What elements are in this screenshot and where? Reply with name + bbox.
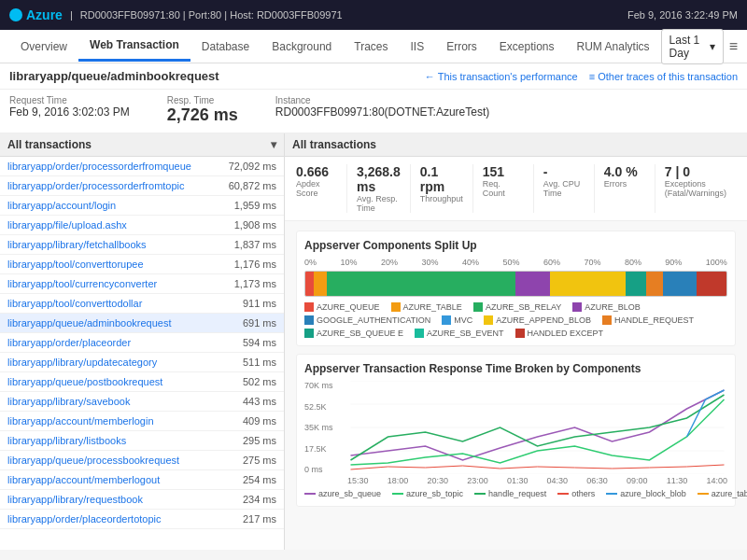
transaction-list-item[interactable]: libraryapp/library/fetchallbooks1,837 ms xyxy=(0,235,284,255)
tx-name: libraryapp/library/listbooks xyxy=(7,435,237,446)
metric-item: 151Req. Count xyxy=(473,164,534,213)
tx-time: 72,092 ms xyxy=(229,161,276,172)
transaction-list-item[interactable]: libraryapp/tool/converttorupee1,176 ms xyxy=(0,255,284,274)
line-legend-item: azure_block_blob xyxy=(606,489,686,498)
tx-time: 60,872 ms xyxy=(229,180,276,191)
x-axis-label: 18:00 xyxy=(388,476,409,485)
transaction-list-item[interactable]: libraryapp/tool/currencyconverter1,173 m… xyxy=(0,274,284,294)
perf-link[interactable]: ← This transaction's performance xyxy=(425,71,578,82)
nav-errors[interactable]: Errors xyxy=(435,33,488,61)
bar-x-labels: 0%10%20%30%40%50%60%70%80%90%100% xyxy=(304,258,727,267)
metric-val: 0.666 xyxy=(296,164,337,179)
tx-time: 594 ms xyxy=(243,337,276,348)
nav-items: Overview Web Transaction Database Backgr… xyxy=(9,31,661,62)
bar-legend-item: GOOGLE_AUTHENTICATION xyxy=(304,315,430,325)
transaction-list-item[interactable]: libraryapp/order/placeorder594 ms xyxy=(0,333,284,353)
bar-legend-item: MVC xyxy=(442,315,472,325)
transaction-list-item[interactable]: libraryapp/library/listbooks295 ms xyxy=(0,431,284,451)
transaction-list-item[interactable]: libraryapp/account/memberlogin409 ms xyxy=(0,412,284,431)
metric-val: 7 | 0 xyxy=(665,164,726,179)
transaction-list-item[interactable]: libraryapp/order/processorderfromtopic60… xyxy=(0,176,284,196)
line-chart-svg xyxy=(347,381,727,474)
transaction-list-item[interactable]: libraryapp/account/memberlogout254 ms xyxy=(0,470,284,490)
bar-legend-item: AZURE_SB_QUEUE E xyxy=(304,329,403,338)
line-legend-label: handle_request xyxy=(488,489,546,498)
tx-time: 502 ms xyxy=(243,376,276,387)
bar-legend-item: AZURE_QUEUE xyxy=(304,302,380,312)
metric-item: 7 | 0Exceptions (Fatal/Warnings) xyxy=(655,164,736,213)
nav-iis[interactable]: IIS xyxy=(399,33,435,61)
metric-label: Errors xyxy=(604,179,645,189)
legend-label: GOOGLE_AUTHENTICATION xyxy=(317,315,430,325)
bar-x-label: 10% xyxy=(340,258,357,267)
right-panel: All transactions 0.666Apdex Score3,268.8… xyxy=(285,133,747,550)
tx-time: 443 ms xyxy=(243,396,276,407)
legend-color-dot xyxy=(442,315,451,325)
tx-time: 1,176 ms xyxy=(234,259,276,270)
transaction-list-item[interactable]: libraryapp/file/upload.ashx1,908 ms xyxy=(0,216,284,235)
time-filter-label: Last 1 Day xyxy=(669,34,706,60)
tx-time: 1,173 ms xyxy=(234,278,276,289)
x-axis-label: 06:30 xyxy=(586,476,608,485)
resp-time-label: Resp. Time xyxy=(167,95,238,105)
right-panel-header: All transactions xyxy=(285,133,747,157)
time-filter-dropdown[interactable]: Last 1 Day ▾ xyxy=(661,29,724,64)
left-panel-title: All transactions xyxy=(7,138,92,151)
tx-name: libraryapp/account/memberlogin xyxy=(7,415,237,427)
tx-time: 691 ms xyxy=(243,317,276,329)
bar-segment xyxy=(697,272,726,296)
nav-overview[interactable]: Overview xyxy=(9,33,78,61)
nav-database[interactable]: Database xyxy=(190,33,261,61)
azure-brand: Azure xyxy=(26,7,63,22)
traces-link[interactable]: ≡ Other traces of this transaction xyxy=(589,71,738,82)
line-legend-label: azure_table xyxy=(712,489,747,498)
transaction-list-item[interactable]: libraryapp/queue/processbookrequest275 m… xyxy=(0,451,284,470)
transaction-list-item[interactable]: libraryapp/order/processorderfromqueue72… xyxy=(0,157,284,176)
instance-label: Instance xyxy=(275,95,489,105)
metric-label: Req. Count xyxy=(483,179,524,198)
stacked-bar-wrap xyxy=(304,271,727,297)
y-axis-label: 0 ms xyxy=(304,465,342,474)
x-axis-label: 11:30 xyxy=(667,476,688,485)
metric-label: Apdex Score xyxy=(296,179,337,198)
nav-right: Last 1 Day ▾ ≡ xyxy=(661,29,738,64)
chart-x-labels: 15:3018:0020:3023:0001:3004:3006:3009:00… xyxy=(347,476,727,485)
line-legend-dot xyxy=(304,493,316,495)
nav-exceptions[interactable]: Exceptions xyxy=(488,33,566,61)
metric-item: -Avg. CPU Time xyxy=(534,164,595,213)
legend-label: HANDLE_REQUEST xyxy=(614,315,694,325)
nav-web-transaction[interactable]: Web Transaction xyxy=(78,31,190,62)
line-legend-label: azure_block_blob xyxy=(620,489,686,498)
transaction-list-item[interactable]: libraryapp/library/requestbook234 ms xyxy=(0,490,284,510)
nav-traces[interactable]: Traces xyxy=(343,33,399,61)
separator: | xyxy=(70,9,73,21)
transaction-list-item[interactable]: libraryapp/library/savebook443 ms xyxy=(0,392,284,412)
metric-label: Exceptions (Fatal/Warnings) xyxy=(665,179,726,198)
transaction-list-item[interactable]: libraryapp/order/placeordertotopic217 ms xyxy=(0,510,284,529)
tx-name: libraryapp/library/savebook xyxy=(7,396,237,407)
bar-x-label: 20% xyxy=(381,258,398,267)
tx-time: 295 ms xyxy=(243,435,276,446)
bar-legend-item: AZURE_APPEND_BLOB xyxy=(484,315,591,325)
line-legend-dot xyxy=(392,493,403,495)
transaction-list-item[interactable]: libraryapp/library/updatecategory511 ms xyxy=(0,353,284,372)
tx-time: 511 ms xyxy=(243,357,276,368)
request-time-label: Request Time xyxy=(9,95,130,105)
transaction-list-item[interactable]: libraryapp/queue/postbookrequest502 ms xyxy=(0,372,284,392)
legend-color-dot xyxy=(304,302,314,312)
nav-background[interactable]: Background xyxy=(261,33,343,61)
bar-x-label: 30% xyxy=(421,258,438,267)
tx-name: libraryapp/account/login xyxy=(7,200,229,211)
legend-color-dot xyxy=(304,315,314,325)
transaction-list-item[interactable]: libraryapp/account/login1,959 ms xyxy=(0,196,284,216)
top-bar: Azure | RD0003FFB09971:80 | Port:80 | Ho… xyxy=(0,0,747,30)
menu-icon[interactable]: ≡ xyxy=(729,38,738,55)
left-panel-header: All transactions ▾ xyxy=(0,133,284,157)
tx-name: libraryapp/file/upload.ashx xyxy=(7,219,229,231)
nav-rum-analytics[interactable]: RUM Analytics xyxy=(566,33,661,61)
bar-chart-container: Appserver Components Split Up 0%10%20%30… xyxy=(296,231,736,346)
bar-legend-item: AZURE_SB_RELAY xyxy=(473,302,561,312)
line-legend-dot xyxy=(606,493,617,495)
transaction-list-item[interactable]: libraryapp/queue/adminbookrequest691 ms xyxy=(0,314,284,333)
transaction-list-item[interactable]: libraryapp/tool/converttodollar911 ms xyxy=(0,294,284,314)
